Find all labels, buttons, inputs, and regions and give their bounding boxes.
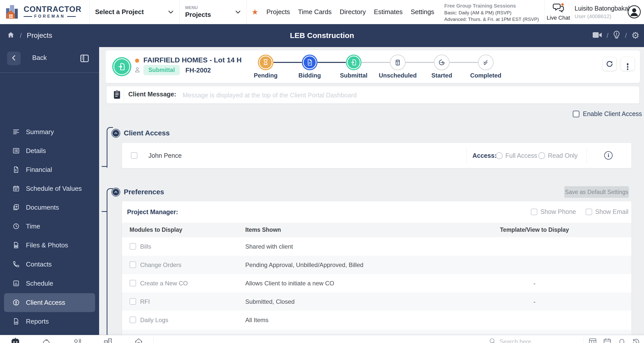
home-tools-icon[interactable] — [134, 337, 143, 343]
sidebar-item-client-access[interactable]: Client Access — [4, 293, 95, 312]
live-chat-button[interactable]: Live Chat — [545, 0, 572, 24]
collapse-icon[interactable] — [112, 188, 120, 196]
sidebar-item-time[interactable]: Time — [0, 217, 99, 236]
schedule-board-icon[interactable] — [589, 338, 598, 343]
nav-projects[interactable]: Projects — [262, 8, 294, 16]
divider — [583, 337, 583, 343]
person-checkbox[interactable] — [131, 152, 137, 159]
menu-selector[interactable]: MENU Projects — [180, 0, 247, 24]
items-shown: All Items — [245, 317, 268, 324]
client-message-input[interactable] — [182, 90, 623, 100]
read-only-radio[interactable] — [538, 152, 545, 159]
sidebar-item-label: Documents — [26, 204, 59, 211]
started-status-button[interactable] — [434, 55, 450, 70]
sidebar-item-details[interactable]: Details — [0, 141, 99, 160]
avatar[interactable] — [627, 5, 641, 19]
section-tick — [102, 211, 107, 212]
lightbulb-icon[interactable] — [613, 31, 620, 40]
buildings-icon[interactable] — [103, 337, 113, 343]
full-access-label: Full Access — [505, 152, 537, 159]
sidebar-item-summary[interactable]: Summary — [0, 123, 99, 141]
preferences-section-title: Preferences — [124, 188, 164, 196]
gear-icon[interactable]: ⚙ — [631, 31, 639, 40]
hard-hat-icon[interactable] — [42, 337, 51, 343]
save-default-settings-button[interactable]: Save as Default Settings — [564, 186, 629, 198]
collapse-sidebar-icon[interactable] — [79, 53, 90, 63]
unscheduled-status-button[interactable] — [390, 55, 406, 70]
daily-logs-checkbox[interactable] — [130, 317, 136, 323]
person-icon — [134, 66, 141, 73]
training-banner[interactable]: Free Group Training Sessions Basic: Dail… — [444, 3, 540, 23]
items-shown: Allows Client to initiate a new CO — [245, 280, 334, 287]
bidding-status-button[interactable] — [302, 55, 317, 70]
assistant-chat-icon[interactable] — [11, 337, 20, 343]
user-menu[interactable]: Luisito Batongbakal User (4008612) — [575, 5, 629, 19]
app-logo[interactable]: CONTRACTOR FOREMAN — [5, 3, 82, 21]
sidebar-item-schedule-of-values[interactable]: Schedule of Values — [0, 179, 99, 198]
calendar-icon — [13, 185, 20, 192]
logo-word-contractor: CONTRACTOR — [24, 5, 82, 13]
more-options-button[interactable] — [621, 57, 634, 71]
nav-settings[interactable]: Settings — [407, 8, 438, 16]
create-new-co-checkbox[interactable] — [130, 280, 136, 286]
nav-time-cards[interactable]: Time Cards — [294, 8, 336, 16]
table-row-daily-logs: Daily Logs All Items — [122, 311, 631, 329]
project-title: FAIRFIELD HOMES - Lot 14 H — [143, 56, 242, 64]
nav-directory[interactable]: Directory — [336, 8, 370, 16]
refresh-button[interactable] — [603, 57, 616, 71]
documents-icon — [13, 204, 20, 211]
nav-estimates[interactable]: Estimates — [370, 8, 407, 16]
sidebar-item-files-photos[interactable]: Files & Photos — [0, 236, 99, 255]
favorite-star-icon[interactable]: ★ — [252, 8, 258, 16]
pipeline-connector — [273, 62, 302, 63]
bills-checkbox[interactable] — [130, 243, 136, 250]
show-phone-option: Show Phone — [531, 208, 576, 215]
back-label: Back — [32, 54, 47, 62]
sidebar-item-reports[interactable]: Reports — [0, 312, 99, 331]
breadcrumb-projects[interactable]: Projects — [27, 31, 52, 40]
sidebar-item-contacts[interactable]: Contacts — [0, 255, 99, 274]
divider — [153, 337, 154, 343]
kebab-icon — [627, 63, 628, 65]
change-orders-checkbox[interactable] — [130, 261, 136, 268]
history-icon[interactable] — [632, 338, 641, 343]
sidebar-item-label: Schedule — [26, 280, 53, 287]
module-label: Change Orders — [140, 261, 181, 269]
sidebar-item-label: Financial — [26, 166, 52, 174]
calendar-icon[interactable] — [603, 338, 613, 343]
completed-status-button[interactable] — [478, 55, 494, 70]
home-icon[interactable] — [7, 31, 15, 40]
logo-word-foreman: FOREMAN — [24, 14, 82, 18]
bottom-toolbar — [0, 335, 644, 343]
info-icon[interactable]: i — [604, 151, 613, 160]
sidebar-item-schedule[interactable]: Schedule — [0, 274, 99, 293]
sidebar-item-documents[interactable]: Documents — [0, 198, 99, 217]
access-label: Access: — [472, 152, 497, 159]
menu-selector-text: MENU Projects — [185, 5, 211, 18]
double-check-icon — [482, 59, 490, 66]
bell-icon[interactable] — [618, 338, 627, 343]
preferences-section-header: Preferences — [112, 188, 164, 196]
rfi-checkbox[interactable] — [130, 298, 136, 305]
collapse-icon[interactable] — [112, 129, 120, 137]
breadcrumb-separator: / — [20, 32, 22, 40]
project-selector[interactable]: Select a Project — [89, 0, 180, 24]
sidebar-item-financial[interactable]: $ Financial — [0, 160, 99, 179]
video-icon[interactable] — [592, 31, 602, 40]
show-email-label: Show Email — [595, 208, 628, 215]
modules-table-header: Modules to Display Items Shown Template/… — [122, 223, 631, 237]
full-access-radio[interactable] — [496, 152, 503, 159]
show-email-checkbox[interactable] — [586, 209, 592, 215]
page-title: LEB Construction — [0, 24, 644, 47]
live-chat-label: Live Chat — [547, 15, 570, 21]
search-input[interactable] — [499, 337, 576, 343]
show-phone-checkbox[interactable] — [531, 209, 537, 215]
pipeline-label: Bidding — [287, 72, 332, 79]
bar-chart-icon — [13, 280, 20, 287]
pending-status-button[interactable] — [258, 55, 273, 70]
phone-icon — [13, 261, 20, 268]
enable-client-access-checkbox[interactable] — [573, 111, 579, 117]
submittal-status-button[interactable] — [346, 55, 361, 70]
person-voice-icon[interactable] — [72, 337, 82, 343]
back-button[interactable] — [7, 52, 21, 65]
